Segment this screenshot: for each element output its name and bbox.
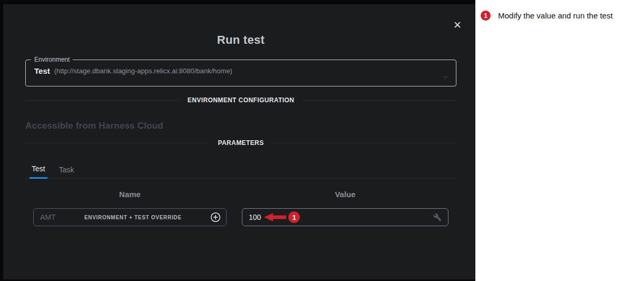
parameters-heading: PARAMETERS: [209, 139, 272, 147]
step-number-badge: 1: [481, 11, 491, 21]
step-text: Modify the value and run the test: [498, 11, 613, 20]
run-test-dialog: ✕ Run test Environment Test (http://stag…: [3, 4, 475, 279]
param-value-field[interactable]: 100 1: [242, 208, 448, 226]
divider-line: [303, 100, 456, 101]
tab-test[interactable]: Test: [30, 160, 47, 179]
plus-circle-icon[interactable]: [210, 212, 221, 222]
environment-select[interactable]: Environment Test (http://stage.dbank.sta…: [25, 56, 456, 86]
environment-configuration-heading: ENVIRONMENT CONFIGURATION: [179, 96, 303, 104]
accessible-from-harness-cloud-text: Accessible from Harness Cloud: [25, 121, 163, 131]
annotation-step: 1 Modify the value and run the test: [481, 11, 644, 21]
annotation-panel: 1 Modify the value and run the test: [475, 0, 644, 281]
callout-badge: 1: [288, 211, 300, 223]
parameter-tabs: Test Task: [25, 160, 456, 179]
column-header-value: Value: [242, 190, 448, 199]
dialog-title: Run test: [25, 33, 456, 47]
environment-label: Environment: [31, 56, 73, 63]
chevron-down-icon: [442, 76, 448, 80]
tab-task[interactable]: Task: [57, 160, 76, 179]
param-name-field[interactable]: AMT ENVIRONMENT + TEST OVERRIDE: [33, 208, 227, 226]
dialog-backdrop: ✕ Run test Environment Test (http://stag…: [0, 0, 475, 281]
param-value: 100: [249, 213, 261, 221]
divider-line: [25, 100, 179, 101]
divider-line: [25, 143, 209, 143]
arrow-left-icon: [264, 213, 286, 221]
column-header-name: Name: [33, 190, 227, 199]
environment-name: Test: [34, 66, 50, 75]
parameters-divider: PARAMETERS: [25, 139, 456, 147]
wrench-icon[interactable]: [433, 213, 442, 221]
param-name-placeholder: AMT: [40, 213, 56, 221]
environment-configuration-divider: ENVIRONMENT CONFIGURATION: [25, 96, 456, 104]
environment-url: (http://stage.dbank.staging-apps.relicx.…: [54, 67, 232, 75]
environment-selected-option: Test (http://stage.dbank.staging-apps.re…: [26, 63, 456, 75]
override-badge: ENVIRONMENT + TEST OVERRIDE: [56, 215, 210, 220]
divider-line: [272, 143, 456, 143]
close-icon[interactable]: ✕: [451, 19, 464, 32]
